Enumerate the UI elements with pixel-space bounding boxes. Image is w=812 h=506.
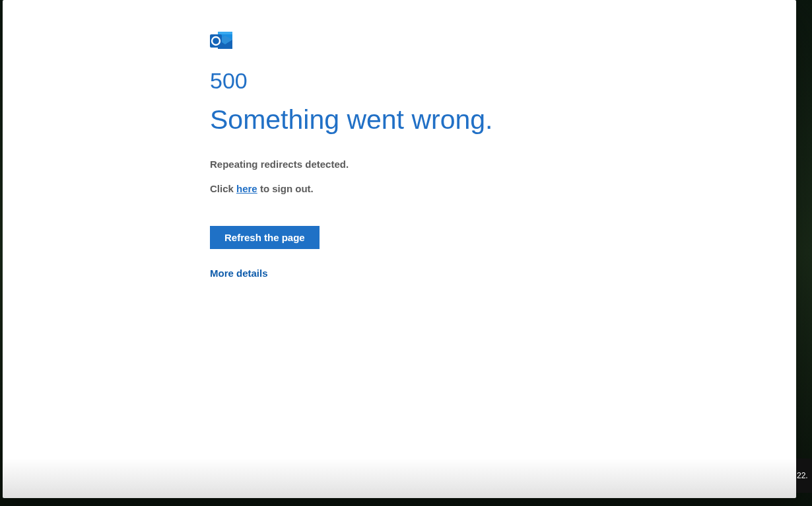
signout-prefix: Click xyxy=(210,183,236,194)
refresh-button[interactable]: Refresh the page xyxy=(210,226,320,249)
outlook-icon xyxy=(210,30,234,52)
more-details-link[interactable]: More details xyxy=(210,268,268,279)
signout-link[interactable]: here xyxy=(236,183,257,194)
error-message: Repeating redirects detected. xyxy=(210,159,712,170)
error-content: 500 Something went wrong. Repeating redi… xyxy=(210,30,712,279)
error-heading: Something went wrong. xyxy=(210,105,712,135)
error-code: 500 xyxy=(210,69,712,93)
svg-rect-1 xyxy=(218,32,232,34)
signout-suffix: to sign out. xyxy=(257,183,314,194)
taskbar-clock-fragment: 22. xyxy=(796,458,812,493)
error-window: 500 Something went wrong. Repeating redi… xyxy=(3,0,796,498)
window-bottom-shadow xyxy=(3,458,796,498)
signout-instruction: Click here to sign out. xyxy=(210,183,712,194)
desktop-background: 500 Something went wrong. Repeating redi… xyxy=(0,0,812,506)
